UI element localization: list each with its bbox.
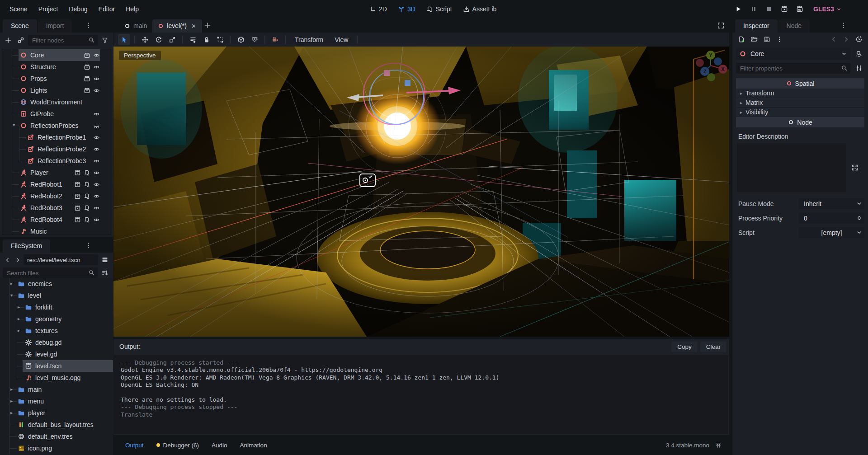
file-item-icon.png[interactable]: icon.png xyxy=(0,442,113,454)
script-dropdown[interactable]: [empty] xyxy=(799,227,864,238)
add-node-button[interactable] xyxy=(3,35,14,46)
menu-editor[interactable]: Editor xyxy=(94,3,120,15)
open-scene-icon[interactable] xyxy=(84,52,90,59)
tool-group-button[interactable] xyxy=(214,34,226,45)
scene-dock-tab-import[interactable]: Import xyxy=(38,19,72,33)
filesystem-tab-filesystem[interactable]: FileSystem xyxy=(3,239,50,253)
menu-project[interactable]: Project xyxy=(33,3,63,15)
inspector-tab-inspector[interactable]: Inspector xyxy=(735,19,778,33)
file-item-menu[interactable]: ▸ menu xyxy=(0,395,113,407)
scene-node-worldenvironment[interactable]: WorldEnvironment xyxy=(2,96,111,108)
tool-lock-button[interactable] xyxy=(200,34,212,45)
history-back-icon[interactable] xyxy=(830,36,837,43)
bottom-tab-output[interactable]: Output xyxy=(121,440,148,451)
spinner-arrows-icon[interactable] xyxy=(856,215,863,221)
open-docs-button[interactable] xyxy=(854,48,864,59)
scene-node-music[interactable]: Music xyxy=(2,225,111,235)
bottom-tab-debugger-6-[interactable]: Debugger (6) xyxy=(152,440,204,451)
new-scene-tab-button[interactable] xyxy=(202,20,213,31)
file-item-forklift[interactable]: ▸ forklift xyxy=(0,301,113,313)
sort-files-button[interactable] xyxy=(99,267,110,278)
scene-node-redrobot1[interactable]: RedRobot1 xyxy=(2,178,111,190)
open-scene-icon[interactable] xyxy=(84,64,90,70)
tool-camera-preview-button[interactable] xyxy=(269,34,281,45)
script-icon[interactable] xyxy=(84,193,90,200)
collapse-arrow-icon[interactable]: ▾ xyxy=(10,292,13,298)
clear-button[interactable]: Clear xyxy=(700,342,726,352)
process-priority-spinner[interactable]: 0 xyxy=(799,213,864,224)
file-item-textures[interactable]: ▸ textures xyxy=(0,325,113,337)
workspace-assetlib[interactable]: AssetLib xyxy=(463,5,497,13)
output-log[interactable]: --- Debugging process started ---Godot E… xyxy=(114,355,728,434)
scene-node-redrobot2[interactable]: RedRobot2 xyxy=(2,190,111,202)
tool-local-space-button[interactable] xyxy=(235,34,247,45)
tool-move-button[interactable] xyxy=(139,34,151,45)
visibility-icon[interactable] xyxy=(93,75,100,82)
open-scene-icon[interactable] xyxy=(74,205,81,211)
file-item-player[interactable]: ▸ player xyxy=(0,407,113,419)
scene-node-reflectionprobe3[interactable]: ReflectionProbe3 xyxy=(2,155,111,167)
open-scene-icon[interactable] xyxy=(84,75,90,82)
file-item-debug.gd[interactable]: debug.gd xyxy=(0,337,113,348)
edited-object-dropdown[interactable]: Core xyxy=(736,48,850,60)
visibility-icon[interactable] xyxy=(93,169,100,176)
file-item-default_bus_layout.tres[interactable]: default_bus_layout.tres xyxy=(0,419,113,431)
scene-node-reflectionprobe2[interactable]: ReflectionProbe2 xyxy=(2,143,111,155)
script-icon[interactable] xyxy=(84,169,90,176)
open-scene-icon[interactable] xyxy=(74,193,81,200)
section-spatial[interactable]: Spatial xyxy=(736,78,864,89)
file-item-main[interactable]: ▸ main xyxy=(0,384,113,395)
viewport-menu-view[interactable]: View xyxy=(330,35,353,45)
expand-arrow-icon[interactable]: ▸ xyxy=(10,398,13,403)
open-scene-icon[interactable] xyxy=(74,216,81,223)
perspective-menu[interactable]: Perspective xyxy=(119,51,161,60)
manage-properties-button[interactable] xyxy=(854,63,864,74)
close-tab-icon[interactable] xyxy=(191,23,197,29)
open-scene-icon[interactable] xyxy=(74,169,81,176)
section-node[interactable]: Node xyxy=(736,117,864,127)
file-item-enemies[interactable]: ▸ enemies xyxy=(0,278,113,290)
visibility-icon[interactable] xyxy=(93,216,100,223)
pause-button[interactable] xyxy=(750,5,758,13)
file-item-default_env.tres[interactable]: default_env.tres xyxy=(0,431,113,442)
dock-menu-icon[interactable] xyxy=(840,22,847,29)
expand-description-icon[interactable] xyxy=(851,164,859,171)
save-resource-icon[interactable] xyxy=(763,36,770,43)
bottom-tab-audio[interactable]: Audio xyxy=(207,440,232,451)
tool-scale-button[interactable] xyxy=(166,34,178,45)
editor-description-field[interactable] xyxy=(737,143,846,192)
history-forward-icon[interactable] xyxy=(843,36,850,43)
history-back-button[interactable] xyxy=(3,255,12,265)
group-visibility[interactable]: ▸Visibility xyxy=(736,108,864,117)
video-driver-selector[interactable]: GLES3 xyxy=(813,5,842,13)
visibility-icon[interactable] xyxy=(93,52,100,59)
visibility-icon[interactable] xyxy=(93,87,100,94)
visibility-icon[interactable] xyxy=(93,134,100,141)
viewport-menu-transform[interactable]: Transform xyxy=(290,35,328,45)
scene-node-structure[interactable]: Structure xyxy=(2,61,111,73)
expand-arrow-icon[interactable]: ▸ xyxy=(18,328,20,333)
scene-node-core[interactable]: Core xyxy=(2,49,111,61)
expand-arrow-icon[interactable]: ▸ xyxy=(10,281,13,286)
visibility-icon[interactable] xyxy=(93,111,100,117)
search-files-input[interactable] xyxy=(3,267,98,278)
expand-bottom-panel-icon[interactable] xyxy=(715,441,722,449)
scene-node-props[interactable]: Props xyxy=(2,73,111,84)
scene-node-reflectionprobe1[interactable]: ReflectionProbe1 xyxy=(2,131,111,143)
tool-rotate-button[interactable] xyxy=(152,34,165,45)
load-resource-icon[interactable] xyxy=(750,36,758,43)
scene-tab-level[interactable]: level(*) xyxy=(152,19,202,33)
expand-arrow-icon[interactable]: ▸ xyxy=(10,410,13,415)
visibility-icon[interactable] xyxy=(93,158,100,164)
visibility-icon[interactable] xyxy=(93,193,100,200)
group-transform[interactable]: ▸Transform xyxy=(736,89,864,98)
expand-viewport-icon[interactable] xyxy=(717,22,725,29)
expand-arrow-icon[interactable]: ▸ xyxy=(10,386,13,392)
stop-button[interactable] xyxy=(765,5,773,13)
menu-scene[interactable]: Scene xyxy=(5,3,33,15)
menu-debug[interactable]: Debug xyxy=(64,3,92,15)
toggle-split-mode-button[interactable] xyxy=(99,254,110,265)
current-path-field[interactable]: res://level/level.tscn xyxy=(24,254,98,265)
visibility-icon[interactable] xyxy=(93,205,100,211)
open-scene-icon[interactable] xyxy=(74,181,81,188)
